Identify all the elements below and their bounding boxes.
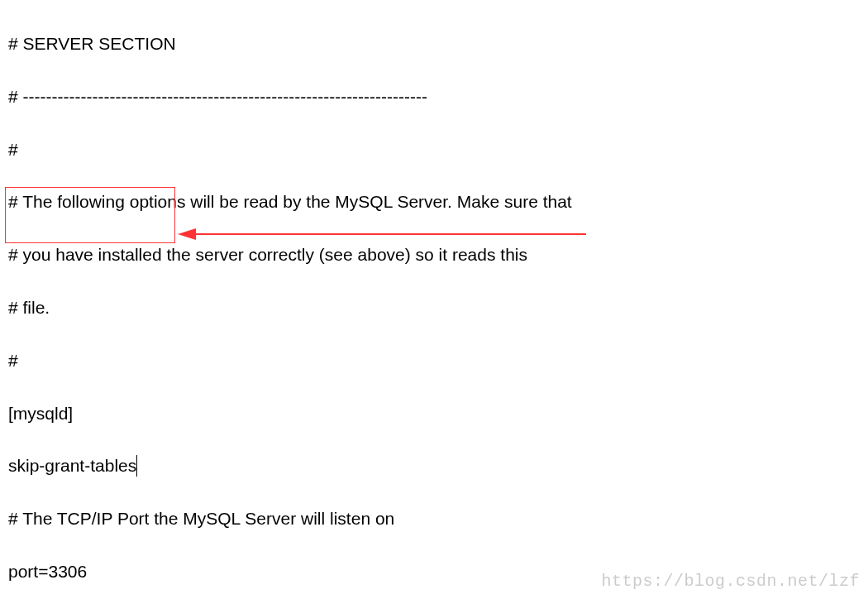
config-line: port=3306: [8, 558, 860, 585]
config-line: # The TCP/IP Port the MySQL Server will …: [8, 506, 860, 532]
skip-grant-text: skip-grant-tables: [8, 456, 136, 475]
config-line: # The following options will be read by …: [8, 189, 860, 215]
config-line: # --------------------------------------…: [8, 84, 860, 110]
config-line: #: [8, 347, 860, 374]
config-file-content: # SERVER SECTION # ---------------------…: [8, 4, 860, 599]
text-cursor: [136, 455, 137, 477]
config-line: # you have installed the server correctl…: [8, 242, 860, 268]
config-line: # SERVER SECTION: [8, 31, 860, 57]
config-line: #: [8, 137, 860, 163]
config-line-mysqld: [mysqld]: [8, 400, 860, 427]
config-line: # file.: [8, 295, 860, 321]
config-line-skip-grant: skip-grant-tables: [8, 453, 860, 479]
